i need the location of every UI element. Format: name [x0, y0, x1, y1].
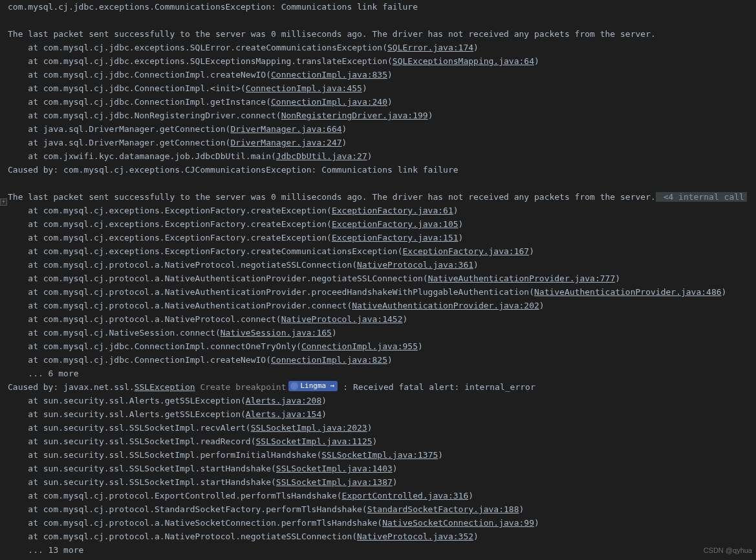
console-line: at com.mysql.cj.protocol.StandardSocketF… — [8, 502, 756, 516]
stack-link[interactable]: NativeProtocol.java:361 — [357, 260, 473, 270]
caused-by-line: Caused by: com.mysql.cj.exceptions.CJCom… — [8, 165, 459, 175]
console-line: at com.mysql.cj.protocol.a.NativeAuthent… — [8, 272, 756, 285]
console-line: at sun.security.ssl.SSLSocketImpl.perfor… — [8, 448, 756, 462]
console-line: at com.mysql.cj.NativeSession.connect(Na… — [8, 326, 756, 339]
console-line: The last packet sent successfully to the… — [8, 27, 756, 41]
console-line: at com.mysql.cj.protocol.a.NativeAuthent… — [8, 285, 756, 299]
stack-link[interactable]: ExceptionFactory.java:105 — [332, 219, 459, 229]
console-line: at com.mysql.cj.protocol.a.NativeSocketC… — [8, 516, 756, 530]
stack-link[interactable]: ExportControlled.java:316 — [342, 491, 469, 501]
stack-link[interactable]: ConnectionImpl.java:825 — [271, 355, 387, 365]
console-line — [8, 14, 756, 27]
stack-link[interactable]: ConnectionImpl.java:240 — [271, 97, 387, 107]
exception-line: com.mysql.cj.jdbc.exceptions.Communicati… — [8, 2, 418, 12]
stack-link[interactable]: NativeProtocol.java:1452 — [281, 314, 403, 324]
console-line: at com.mysql.cj.jdbc.exceptions.SQLError… — [8, 41, 756, 54]
console-line: at com.mysql.cj.jdbc.ConnectionImpl.crea… — [8, 68, 756, 81]
lingma-label: Lingma → — [300, 381, 334, 391]
console-line: ... 6 more — [8, 367, 756, 380]
console-line: at com.mysql.cj.jdbc.ConnectionImpl.<ini… — [8, 81, 756, 95]
console-line: The last packet sent successfully to the… — [8, 190, 756, 204]
stack-link[interactable]: DriverManager.java:247 — [230, 138, 341, 147]
internal-calls-label[interactable]: <4 internal call — [656, 192, 747, 202]
console-line: at sun.security.ssl.SSLSocketImpl.startH… — [8, 475, 756, 489]
console-line: at com.mysql.cj.protocol.ExportControlle… — [8, 489, 756, 502]
console-line: at com.mysql.cj.jdbc.ConnectionImpl.getI… — [8, 95, 756, 109]
stack-link[interactable]: Alerts.java:208 — [246, 396, 321, 405]
stack-link[interactable]: NativeAuthenticationProvider.java:202 — [352, 301, 539, 310]
stack-link[interactable]: NativeSession.java:165 — [221, 328, 332, 338]
packet-message: The last packet sent successfully to the… — [8, 192, 656, 202]
inline-annotations: Create breakpointLingma → — [200, 380, 338, 394]
stack-link[interactable]: ConnectionImpl.java:455 — [246, 83, 362, 93]
exception-link[interactable]: SSLException — [135, 382, 195, 392]
stack-link[interactable]: Alerts.java:154 — [246, 409, 321, 419]
stack-link[interactable]: ConnectionImpl.java:955 — [301, 341, 418, 351]
console-line: at com.mysql.cj.exceptions.ExceptionFact… — [8, 217, 756, 231]
console-line: at com.mysql.cj.protocol.a.NativeProtoco… — [8, 312, 756, 326]
stack-link[interactable]: NativeProtocol.java:352 — [357, 532, 473, 541]
stack-link[interactable]: NonRegisteringDriver.java:199 — [281, 111, 428, 120]
console-line — [8, 177, 756, 190]
stack-link[interactable]: StandardSocketFactory.java:188 — [367, 504, 519, 514]
console-line: at java.sql.DriverManager.getConnection(… — [8, 136, 756, 149]
watermark: CSDN @qyhua — [704, 544, 752, 557]
console-line: at com.mysql.cj.jdbc.ConnectionImpl.conn… — [8, 339, 756, 353]
console-line: at com.mysql.cj.exceptions.ExceptionFact… — [8, 231, 756, 244]
console-line: at sun.security.ssl.Alerts.getSSLExcepti… — [8, 407, 756, 421]
console-output: com.mysql.cj.jdbc.exceptions.Communicati… — [0, 0, 756, 557]
stack-link[interactable]: JdbcDbUtil.java:27 — [276, 151, 367, 161]
stack-link[interactable]: SSLSocketImpl.java:1387 — [276, 477, 393, 487]
stack-link[interactable]: ExceptionFactory.java:61 — [332, 206, 453, 215]
console-line: Caused by: javax.net.ssl.SSLException Cr… — [8, 380, 756, 394]
stack-link[interactable]: SQLExceptionsMapping.java:64 — [393, 56, 534, 66]
console-line: com.mysql.cj.jdbc.exceptions.Communicati… — [8, 0, 756, 14]
stack-link[interactable]: NativeAuthenticationProvider.java:777 — [428, 274, 616, 283]
stack-more: ... 6 more — [28, 369, 78, 378]
stack-link[interactable]: SSLSocketImpl.java:1403 — [276, 464, 393, 473]
console-line: at com.mysql.cj.jdbc.ConnectionImpl.crea… — [8, 353, 756, 367]
console-line: at sun.security.ssl.Alerts.getSSLExcepti… — [8, 394, 756, 407]
create-breakpoint-button[interactable]: Create breakpoint — [200, 380, 286, 394]
console-line: at java.sql.DriverManager.getConnection(… — [8, 122, 756, 136]
console-line: at sun.security.ssl.SSLSocketImpl.readRe… — [8, 435, 756, 448]
console-line: at sun.security.ssl.SSLSocketImpl.recvAl… — [8, 421, 756, 435]
stack-link[interactable]: ExceptionFactory.java:167 — [402, 246, 529, 256]
console-line: Caused by: com.mysql.cj.exceptions.CJCom… — [8, 163, 756, 177]
stack-link[interactable]: DriverManager.java:664 — [230, 124, 341, 134]
stack-more: ... 13 more — [28, 545, 83, 555]
stack-link[interactable]: ConnectionImpl.java:835 — [271, 70, 387, 80]
stack-link[interactable]: SSLSocketImpl.java:2023 — [251, 423, 367, 433]
console-line: at com.mysql.cj.exceptions.ExceptionFact… — [8, 204, 756, 217]
lingma-icon — [290, 382, 298, 390]
console-line: at com.mysql.cj.protocol.a.NativeProtoco… — [8, 258, 756, 272]
console-line: at com.mysql.cj.protocol.a.NativeAuthent… — [8, 299, 756, 312]
console-line: at com.mysql.cj.jdbc.exceptions.SQLExcep… — [8, 54, 756, 68]
caused-by-prefix: Caused by: javax.net.ssl. — [8, 382, 135, 392]
lingma-button[interactable]: Lingma → — [288, 381, 338, 391]
console-line: at sun.security.ssl.SSLSocketImpl.startH… — [8, 462, 756, 475]
packet-message: The last packet sent successfully to the… — [8, 29, 656, 39]
caused-by-suffix: : Received fatal alert: internal_error — [338, 382, 535, 392]
console-line: at com.mysql.cj.protocol.a.NativeProtoco… — [8, 530, 756, 543]
stack-link[interactable]: SSLSocketImpl.java:1125 — [256, 436, 373, 446]
stack-link[interactable]: NativeSocketConnection.java:99 — [382, 518, 534, 528]
stack-link[interactable]: SSLSocketImpl.java:1375 — [321, 450, 438, 460]
stack-link[interactable]: ExceptionFactory.java:151 — [332, 233, 459, 242]
stack-link[interactable]: NativeAuthenticationProvider.java:486 — [534, 287, 722, 297]
stack-link[interactable]: SQLError.java:174 — [387, 43, 473, 52]
console-line: at com.jxwifi.kyc.datamanage.job.JdbcDbU… — [8, 149, 756, 163]
console-line: ... 13 more — [8, 543, 756, 557]
console-line: at com.mysql.cj.jdbc.NonRegisteringDrive… — [8, 109, 756, 122]
fold-plus-icon[interactable]: + — [0, 199, 7, 206]
console-line: at com.mysql.cj.exceptions.ExceptionFact… — [8, 244, 756, 258]
